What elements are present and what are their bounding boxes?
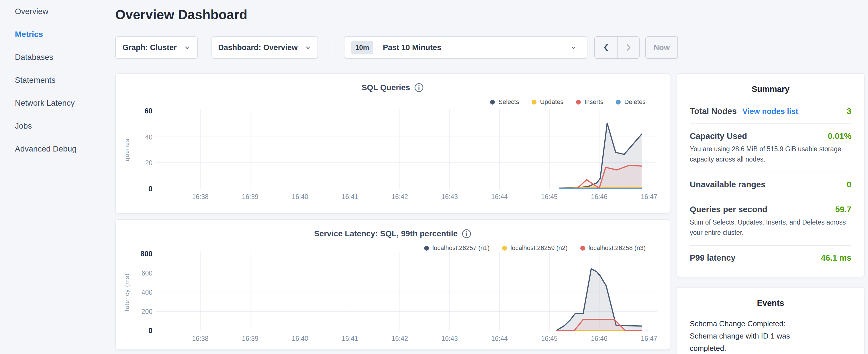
event-message[interactable]: Schema Change Completed: Schema change w… (690, 318, 813, 354)
x-tick-label: 16:38 (192, 193, 209, 200)
x-tick-label: 16:46 (591, 193, 608, 200)
sidebar-item-jobs[interactable]: Jobs (0, 115, 115, 137)
x-tick-label: 16:38 (192, 335, 209, 342)
chevron-down-icon (570, 44, 577, 51)
x-tick-label: 16:41 (342, 335, 358, 342)
y-tick-label: 60 (145, 107, 152, 115)
summary-row-value: 46.1 ms (821, 253, 851, 263)
summary-row-value: 0 (847, 180, 851, 189)
service-latency-plot[interactable]: 16:3816:3916:4016:4116:4216:4316:4416:45… (116, 220, 670, 349)
summary-row-value: 3 (847, 106, 851, 116)
summary-row-p99-latency: P99 latency 46.1 ms (690, 253, 851, 263)
x-tick-label: 16:39 (242, 335, 258, 342)
time-window-arrows (594, 36, 640, 59)
summary-row-queries-per-second: Queries per second 59.7 (690, 205, 851, 214)
x-tick-label: 16:40 (292, 335, 308, 342)
legend-item[interactable]: localhost:26258 (n3) (580, 244, 646, 252)
time-forward-button[interactable] (617, 37, 639, 58)
service-latency-chart-card: 16:3816:3916:4016:4116:4216:4316:4416:45… (115, 219, 670, 350)
y-tick-label: 400 (142, 289, 152, 296)
divider (690, 245, 851, 246)
controls-bar: Graph: Cluster Dashboard: Overview 10m P… (115, 36, 678, 59)
sidebar-item-databases[interactable]: Databases (0, 46, 115, 69)
chart-legend: localhost:26257 (n1)localhost:26259 (n2)… (424, 244, 646, 252)
y-tick-label: 0 (149, 326, 152, 334)
legend-item[interactable]: localhost:26259 (n2) (502, 244, 567, 252)
sidebar-item-metrics[interactable]: Metrics (0, 23, 115, 46)
chart-title: SQL Queries (116, 83, 670, 93)
legend-dot (502, 246, 507, 251)
summary-panel: Summary Total Nodes View nodes list 3 Ca… (677, 73, 865, 277)
legend-item[interactable]: Deletes (616, 98, 646, 106)
x-tick-label: 16:42 (392, 193, 408, 200)
chart-legend: SelectsUpdatesInsertsDeletes (490, 98, 646, 106)
x-tick-label: 16:39 (242, 193, 258, 200)
x-tick-label: 16:45 (541, 193, 558, 200)
chevron-right-icon (624, 43, 633, 53)
divider (331, 36, 331, 59)
legend-item[interactable]: Updates (532, 98, 563, 106)
sidebar-item-statements[interactable]: Statements (0, 69, 115, 92)
info-icon[interactable] (462, 229, 471, 238)
summary-row-label: P99 latency (690, 253, 736, 263)
summary-title: Summary (690, 85, 851, 94)
summary-row-subtext: You are using 28.6 MiB of 515.9 GiB usab… (690, 144, 851, 164)
legend-label: Deletes (624, 98, 646, 106)
y-axis-unit-label: latency (ms) (124, 273, 130, 311)
y-tick-label: 800 (141, 250, 152, 258)
chevron-left-icon (602, 43, 610, 53)
view-nodes-list-link[interactable]: View nodes list (743, 107, 798, 116)
x-tick-label: 16:43 (441, 335, 458, 342)
y-axis-unit-label: queries (124, 138, 130, 161)
legend-dot (616, 100, 621, 104)
summary-row-value: 59.7 (835, 205, 851, 214)
dashboard-dropdown[interactable]: Dashboard: Overview (212, 36, 318, 59)
summary-row-label: Unavailable ranges (690, 180, 766, 189)
x-tick-label: 16:47 (641, 335, 657, 342)
y-tick-label: 600 (142, 269, 152, 277)
summary-row-label: Capacity Used (690, 131, 747, 141)
sidebar-item-overview[interactable]: Overview (0, 0, 115, 23)
divider (690, 123, 851, 124)
legend-item[interactable]: Inserts (576, 98, 603, 106)
x-tick-label: 16:45 (541, 335, 558, 342)
summary-row-capacity-used: Capacity Used 0.01% (690, 131, 851, 141)
legend-dot (424, 246, 429, 251)
legend-dot (580, 246, 585, 251)
graph-dropdown[interactable]: Graph: Cluster (115, 36, 198, 59)
legend-item[interactable]: localhost:26257 (n1) (424, 244, 490, 252)
sidebar-item-network-latency[interactable]: Network Latency (0, 92, 115, 115)
x-tick-label: 16:44 (491, 335, 508, 342)
summary-row-unavailable-ranges: Unavailable ranges 0 (690, 180, 851, 189)
y-tick-label: 40 (145, 133, 152, 141)
time-range-dropdown[interactable]: 10m Past 10 Minutes (344, 36, 587, 59)
legend-label: Updates (540, 98, 563, 106)
y-tick-label: 0 (149, 185, 152, 193)
summary-row-subtext: Sum of Selects, Updates, Inserts, and De… (690, 217, 851, 238)
time-range-badge: 10m (351, 41, 373, 55)
legend-label: Selects (498, 98, 519, 106)
time-range-label: Past 10 Minutes (383, 43, 441, 52)
x-tick-label: 16:44 (491, 193, 508, 200)
legend-dot (532, 100, 536, 104)
divider (690, 197, 851, 197)
legend-label: localhost:26257 (n1) (432, 244, 490, 252)
sidebar-item-advanced-debug[interactable]: Advanced Debug (0, 137, 115, 160)
legend-item[interactable]: Selects (490, 98, 519, 106)
chevron-down-icon (305, 44, 311, 51)
summary-row-total-nodes: Total Nodes View nodes list 3 (690, 106, 851, 116)
sql-queries-chart-card: 16:3816:3916:4016:4116:4216:4316:4416:45… (115, 73, 670, 214)
x-tick-label: 16:46 (591, 335, 608, 342)
summary-row-value: 0.01% (828, 131, 851, 141)
y-tick-label: 20 (145, 159, 152, 167)
summary-row-label: Queries per second (690, 205, 767, 214)
page-title: Overview Dashboard (115, 7, 247, 22)
events-panel: Events Schema Change Completed: Schema c… (677, 287, 865, 354)
time-back-button[interactable] (595, 37, 617, 58)
chevron-down-icon (184, 44, 191, 51)
x-tick-label: 16:41 (342, 193, 358, 200)
sql-queries-plot[interactable]: 16:3816:3916:4016:4116:4216:4316:4416:45… (116, 74, 670, 213)
divider (690, 172, 851, 172)
now-button[interactable]: Now (645, 36, 678, 59)
info-icon[interactable] (414, 83, 424, 93)
